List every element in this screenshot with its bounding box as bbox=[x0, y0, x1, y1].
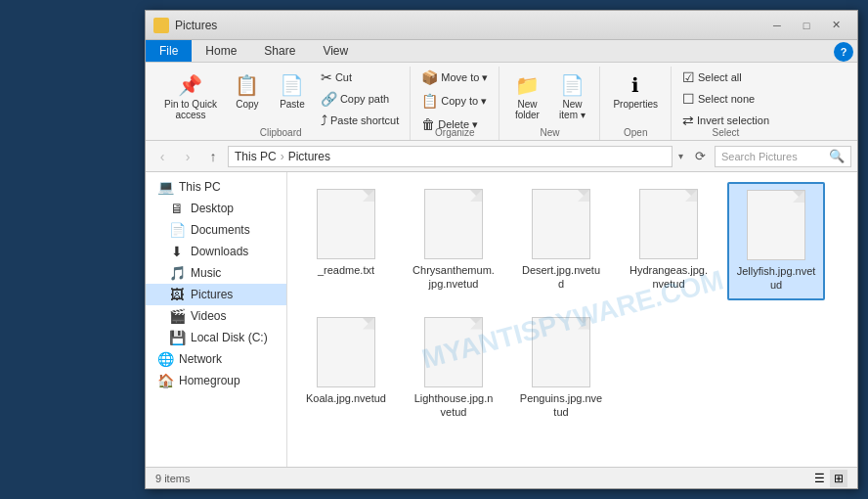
large-icons-view-button[interactable]: ⊞ bbox=[830, 470, 847, 487]
new-actions: 📁 Newfolder 📄 Newitem ▾ bbox=[505, 67, 593, 125]
organize-group: 📦Move to ▾ 📋Copy to ▾ 🗑Delete ▾ ✏Rename … bbox=[411, 67, 499, 140]
details-view-button[interactable]: ☰ bbox=[810, 470, 828, 487]
ribbon-tab-bar: File Home Share View ? bbox=[146, 40, 857, 63]
file-item-desert[interactable]: Desert.jpg.nvetud bbox=[512, 182, 610, 300]
new-folder-button[interactable]: 📁 Newfolder bbox=[505, 67, 548, 125]
path-sep-1: › bbox=[281, 150, 284, 163]
search-placeholder: Search Pictures bbox=[721, 151, 798, 162]
window-title: Pictures bbox=[175, 19, 763, 32]
new-item-icon: 📄 bbox=[558, 71, 586, 99]
copy-path-icon: 🔗 bbox=[321, 91, 337, 107]
copy-path-button[interactable]: 🔗Copy path bbox=[316, 88, 404, 110]
items-count: 9 items bbox=[155, 473, 190, 484]
file-item-hydrangeas[interactable]: Hydrangeas.jpg.nvetud bbox=[620, 182, 717, 300]
documents-icon: 📄 bbox=[169, 222, 185, 238]
pictures-icon: 🖼 bbox=[169, 287, 185, 302]
tab-home[interactable]: Home bbox=[192, 40, 250, 62]
select-all-button[interactable]: ☑ Select all bbox=[677, 67, 774, 88]
file-item-jellyfish[interactable]: Jellyfish.jpg.nvetud bbox=[727, 182, 825, 300]
homegroup-label: Homegroup bbox=[179, 374, 240, 387]
file-icon-desert bbox=[532, 189, 590, 259]
pin-to-quick-access-button[interactable]: 📌 Pin to Quickaccess bbox=[157, 67, 224, 125]
select-none-button[interactable]: ☐ Select none bbox=[677, 88, 774, 110]
file-name-desert: Desert.jpg.nvetud bbox=[519, 263, 603, 292]
paste-icon: 📄 bbox=[279, 71, 306, 99]
address-dropdown[interactable]: ▾ bbox=[676, 151, 685, 161]
move-to-button[interactable]: 📦Move to ▾ bbox=[416, 67, 493, 88]
new-item-button[interactable]: 📄 Newitem ▾ bbox=[550, 67, 593, 125]
back-button[interactable]: ‹ bbox=[152, 146, 173, 167]
file-item-chrysanthemum[interactable]: Chrysanthemum.jpg.nvetud bbox=[405, 182, 502, 300]
sidebar-item-desktop[interactable]: 🖥 Desktop bbox=[146, 198, 286, 219]
ribbon: 📌 Pin to Quickaccess 📋 Copy 📄 Paste ✂Cut… bbox=[146, 63, 857, 141]
tab-file[interactable]: File bbox=[146, 40, 192, 62]
file-item-koala[interactable]: Koala.jpg.nvetud bbox=[297, 310, 395, 427]
pin-label: Pin to Quickaccess bbox=[164, 99, 217, 120]
path-part-2: Pictures bbox=[288, 150, 330, 163]
maximize-button[interactable]: □ bbox=[793, 16, 820, 35]
up-button[interactable]: ↑ bbox=[202, 146, 224, 167]
new-group: 📁 Newfolder 📄 Newitem ▾ New bbox=[499, 67, 600, 140]
paste-button[interactable]: 📄 Paste bbox=[271, 67, 314, 114]
file-area: MYANTISPYWARE.COM _readme.txt Chrysanthe… bbox=[287, 172, 857, 467]
file-icon-lighthouse bbox=[424, 317, 483, 387]
network-label: Network bbox=[179, 352, 222, 366]
refresh-button[interactable]: ⟳ bbox=[689, 146, 711, 167]
select-actions: ☑ Select all ☐ Select none ⇄ Invert sele… bbox=[677, 67, 774, 123]
copy-button[interactable]: 📋 Copy bbox=[226, 67, 269, 114]
pictures-label: Pictures bbox=[191, 288, 233, 301]
downloads-icon: ⬇ bbox=[169, 244, 185, 259]
sidebar-item-homegroup[interactable]: 🏠 Homegroup bbox=[146, 370, 286, 391]
close-button[interactable]: ✕ bbox=[822, 16, 849, 35]
file-item-lighthouse[interactable]: Lighthouse.jpg.nvetud bbox=[405, 310, 502, 427]
paste-shortcut-button[interactable]: ⤴Paste shortcut bbox=[316, 110, 404, 131]
this-pc-icon: 💻 bbox=[157, 179, 173, 195]
sidebar-item-network[interactable]: 🌐 Network bbox=[146, 348, 286, 370]
desktop-icon: 🖥 bbox=[169, 201, 185, 216]
open-group: ℹ Properties Open bbox=[600, 67, 672, 140]
file-item-penguins[interactable]: Penguins.jpg.nvetud bbox=[512, 310, 610, 427]
copy-icon: 📋 bbox=[234, 71, 261, 99]
select-all-label: Select all bbox=[698, 71, 742, 83]
file-icon-chrysanthemum bbox=[424, 189, 483, 259]
sidebar-item-music[interactable]: 🎵 Music bbox=[146, 262, 286, 284]
sidebar-item-this-pc[interactable]: 💻 This PC bbox=[146, 176, 286, 198]
sidebar-item-videos[interactable]: 🎬 Videos bbox=[146, 305, 286, 327]
properties-label: Properties bbox=[613, 99, 658, 110]
main-area: 💻 This PC 🖥 Desktop 📄 Documents ⬇ Downlo… bbox=[146, 172, 857, 467]
search-box[interactable]: Search Pictures 🔍 bbox=[715, 146, 851, 167]
select-group-label: Select bbox=[713, 125, 740, 140]
file-icon-koala bbox=[317, 317, 375, 387]
new-item-label: Newitem ▾ bbox=[559, 99, 586, 120]
help-button[interactable]: ? bbox=[834, 42, 853, 62]
address-bar: ‹ › ↑ This PC › Pictures ▾ ⟳ Search Pict… bbox=[146, 141, 857, 172]
sidebar-item-local-disk[interactable]: 💾 Local Disk (C:) bbox=[146, 327, 286, 348]
properties-icon: ℹ bbox=[622, 71, 649, 99]
tab-view[interactable]: View bbox=[309, 40, 362, 62]
address-path[interactable]: This PC › Pictures bbox=[228, 146, 673, 167]
clipboard-group-label: Clipboard bbox=[260, 125, 302, 140]
move-to-icon: 📦 bbox=[421, 69, 438, 85]
file-name-penguins: Penguins.jpg.nvetud bbox=[519, 391, 603, 420]
tab-share[interactable]: Share bbox=[250, 40, 309, 62]
copy-to-button[interactable]: 📋Copy to ▾ bbox=[416, 90, 493, 112]
select-none-icon: ☐ bbox=[682, 91, 695, 107]
file-icon-hydrangeas bbox=[639, 189, 698, 259]
file-name-lighthouse: Lighthouse.jpg.nvetud bbox=[412, 391, 496, 420]
forward-button[interactable]: › bbox=[177, 146, 198, 167]
file-item-readme[interactable]: _readme.txt bbox=[297, 182, 395, 300]
this-pc-label: This PC bbox=[179, 180, 221, 194]
local-disk-icon: 💾 bbox=[169, 330, 185, 345]
file-name-chrysanthemum: Chrysanthemum.jpg.nvetud bbox=[412, 263, 496, 292]
cut-button[interactable]: ✂Cut bbox=[316, 67, 404, 88]
sidebar-item-downloads[interactable]: ⬇ Downloads bbox=[146, 241, 286, 262]
minimize-button[interactable]: ─ bbox=[763, 16, 791, 35]
properties-button[interactable]: ℹ Properties bbox=[606, 67, 665, 114]
sidebar-item-documents[interactable]: 📄 Documents bbox=[146, 219, 286, 241]
downloads-label: Downloads bbox=[191, 245, 248, 258]
file-icon-readme bbox=[317, 189, 375, 259]
clipboard-actions: 📌 Pin to Quickaccess 📋 Copy 📄 Paste ✂Cut… bbox=[157, 67, 404, 125]
sidebar-item-pictures[interactable]: 🖼 Pictures bbox=[146, 284, 286, 305]
videos-label: Videos bbox=[191, 309, 226, 323]
file-icon-jellyfish bbox=[747, 190, 805, 260]
